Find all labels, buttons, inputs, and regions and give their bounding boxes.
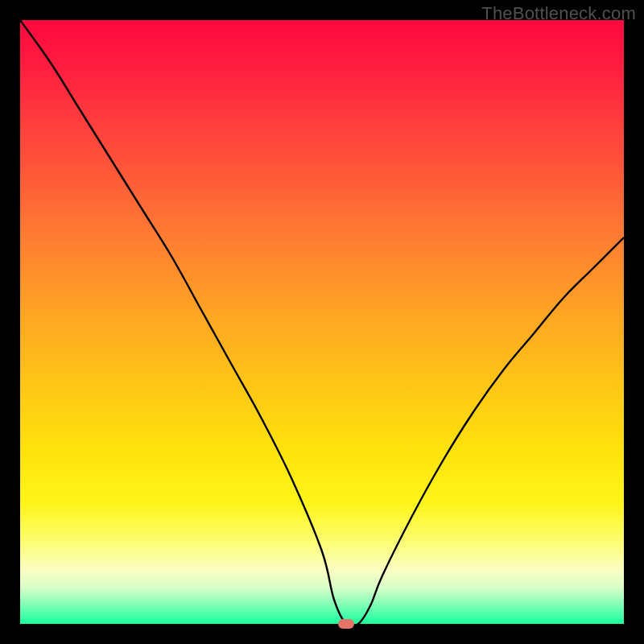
curve-layer bbox=[20, 20, 624, 624]
minimum-marker bbox=[338, 619, 354, 629]
bottleneck-curve bbox=[20, 20, 624, 624]
chart-stage: TheBottleneck.com bbox=[0, 0, 644, 644]
attribution-text: TheBottleneck.com bbox=[481, 3, 636, 24]
